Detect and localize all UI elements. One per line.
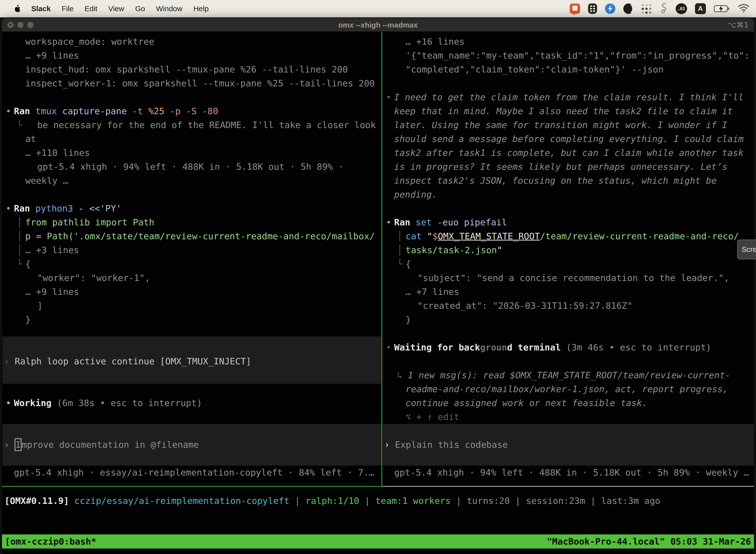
minimize-window-button[interactable] <box>17 22 23 28</box>
terminal-line: … +9 lines <box>25 285 79 299</box>
terminal-line: Working (6m 38s • esc to interrupt) <box>14 396 202 410</box>
terminal-line: "created_at": "2026-03-31T11:59:27.816Z" <box>418 299 632 313</box>
terminal-line: } <box>25 313 31 327</box>
pane-border-bottom-active <box>2 486 383 487</box>
terminal-line: › Explain this codebase <box>384 438 508 452</box>
terminal-line: › Ralph loop active continue [OMX_TMUX_I… <box>4 354 251 368</box>
bullet-icon: • <box>6 396 11 410</box>
terminal-line: be necessary for the end of the README. … <box>37 118 376 132</box>
bullet-icon: • <box>6 104 11 118</box>
dots-grid-icon[interactable] <box>642 4 651 14</box>
tree-guide-icon: └ <box>17 118 22 132</box>
terminal-line: … +7 lines <box>405 285 459 299</box>
terminal-line: inspect_worker-1: omx sparkshell --tmux-… <box>25 76 375 90</box>
terminal-line: ↳ 1 new msg(s): read $OMX_TEAM_STATE_ROO… <box>397 368 731 382</box>
bullet-icon: • <box>386 215 391 229</box>
terminal-line: from pathlib import Path <box>25 215 154 229</box>
close-window-button[interactable] <box>7 22 14 28</box>
terminal-line: at <box>25 132 36 146</box>
terminal-line: gpt-5.4 xhigh · essay/ai-reimplementatio… <box>14 466 374 480</box>
tree-guide-icon: │ <box>17 243 22 257</box>
terminal-pane-right[interactable]: … +16 lines'{"team_name":"my-team","task… <box>383 32 754 486</box>
tree-guide-icon: └ <box>397 257 402 271</box>
terminal-line: Ran tmux capture-pane -t %25 -p -S -80 <box>14 104 218 118</box>
desktop: { "menu_bar": { "app_name": "Slack", "it… <box>0 0 756 554</box>
pane-border-bottom-inactive <box>383 486 754 487</box>
screen-tooltip: Scre <box>737 239 756 259</box>
terminal-line: is in progress? It seems likely but perh… <box>394 160 728 174</box>
window-title: omx --xhigh --madmax <box>254 18 502 32</box>
terminal-line: … +3 lines <box>25 243 79 257</box>
tree-guide-icon: └ <box>17 257 22 271</box>
terminal-line: keep that in mind. Maybe I also need the… <box>394 104 733 118</box>
tree-guide-icon: │ <box>397 243 402 257</box>
tmux-session-label[interactable]: [omx-cczip0:bash* <box>5 535 96 549</box>
apple-menu-icon[interactable] <box>14 5 20 13</box>
terminal-line: } <box>405 313 411 327</box>
tmux-host-clock-label: "MacBook-Pro-44.local" 05:03 31-Mar-26 <box>547 535 751 549</box>
terminal-line: "worker": "worker-1", <box>37 271 150 285</box>
bullet-icon: • <box>6 202 11 215</box>
terminal-line: task2 after task1 is complete, but can I… <box>394 146 744 160</box>
terminal-line: Ran python3 - <<'PY' <box>14 202 122 215</box>
snake-s-icon[interactable] <box>659 2 668 15</box>
terminal-line: p = Path('.omx/state/team/review-current… <box>25 229 375 243</box>
chat-app-icon[interactable] <box>570 3 580 14</box>
battery-charging-icon[interactable] <box>714 5 730 12</box>
terminal-line: Waiting for background terminal (3m 46s … <box>394 340 711 354</box>
terminal-line: inspect_hud: omx sparkshell --tmux-pane … <box>25 63 348 76</box>
tree-guide-icon: │ <box>397 229 402 243</box>
terminal-line: workspace_mode: worktree <box>25 35 154 49</box>
terminal-line: … +16 lines <box>405 35 464 49</box>
tmux-status-bar: [omx-cczip0:bash* "MacBook-Pro-44.local"… <box>2 535 754 549</box>
terminal-line: gpt-5.4 xhigh · 94% left · 488K in · 5.1… <box>394 466 749 480</box>
terminal-line: { <box>405 257 411 271</box>
terminal-line: inspect task2's JSON, focusing on the st… <box>394 174 716 188</box>
terminal-line: { <box>25 257 31 271</box>
bullet-icon: • <box>386 340 391 354</box>
tree-guide-icon: │ <box>17 229 22 243</box>
terminal-line: cat "$OMX_TEAM_STATE_ROOT/team/review-cu… <box>405 229 739 243</box>
terminal-line: should send a message before completing … <box>394 132 744 146</box>
terminal-line: "subject": "send a concise recommendatio… <box>418 271 729 285</box>
menu-item-help[interactable]: Help <box>193 4 209 13</box>
omx-status-bar: [OMX#0.11.9] cczip/essay/ai-reimplementa… <box>4 494 751 508</box>
badge-61-icon[interactable]: ..61 <box>676 3 687 14</box>
moon-pie-icon[interactable] <box>623 3 634 14</box>
menu-app-name[interactable]: Slack <box>31 4 51 13</box>
blue-bolt-icon[interactable] <box>605 3 615 14</box>
terminal-line: '{"team_name":"my-team","task_id":"1","f… <box>405 49 750 63</box>
terminal-line: continue assigned work or next feasible … <box>405 396 647 410</box>
terminal-line: ⌥ + ↑ edit <box>405 410 459 424</box>
menu-item-view[interactable]: View <box>108 4 124 13</box>
terminal-line: Ran set -euo pipefail <box>394 215 507 229</box>
terminal-line: weekly … <box>25 174 68 188</box>
tree-guide-icon: │ <box>17 215 22 229</box>
macos-menu-bar: Slack File Edit View Go Window Help ..61… <box>0 0 756 17</box>
terminal-line: … +9 lines <box>25 49 79 63</box>
terminal-line: "completed","claim_token":"claim-token"}… <box>405 63 664 76</box>
menu-item-window[interactable]: Window <box>156 4 183 13</box>
input-source-icon[interactable]: A <box>695 3 706 14</box>
pane-divider[interactable] <box>381 32 382 486</box>
menu-item-edit[interactable]: Edit <box>84 4 98 13</box>
terminal-line: later. Using the same for transition mig… <box>394 118 728 132</box>
terminal-line: tasks/task-2.json" <box>405 243 502 257</box>
window-shortcut-badge: ⌥⌘1 <box>728 18 749 32</box>
terminal-line: pending. <box>394 188 437 202</box>
terminal-line: … +110 lines <box>25 146 90 160</box>
maximize-window-button[interactable] <box>27 22 34 28</box>
wifi-icon[interactable] <box>738 3 750 14</box>
menu-item-file[interactable]: File <box>62 4 73 13</box>
shield-grid-icon[interactable] <box>588 3 597 14</box>
terminal-line: readme-and-reco/mailbox/worker-1.json, a… <box>405 382 728 396</box>
bullet-icon: • <box>386 90 391 104</box>
terminal-pane-left[interactable]: workspace_mode: worktree… +9 linesinspec… <box>2 32 381 486</box>
terminal-line: › Improve documentation in @filename <box>4 438 199 452</box>
menu-item-go[interactable]: Go <box>135 4 145 13</box>
terminal-line: I need to get the claim token from the c… <box>394 90 744 104</box>
terminal-line: gpt-5.4 xhigh · 94% left · 488K in · 5.1… <box>37 160 343 174</box>
terminal-line: ] <box>37 299 43 313</box>
